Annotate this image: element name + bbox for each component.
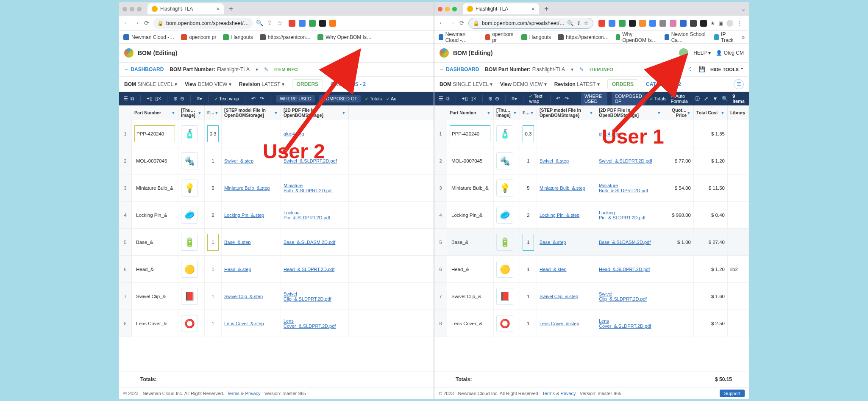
cell-thumb[interactable]: 🥏 bbox=[494, 202, 520, 228]
ext-icon[interactable] bbox=[319, 20, 326, 27]
ext-icon[interactable] bbox=[598, 20, 605, 27]
cell-step-file[interactable]: Swivel Clip_&.step bbox=[537, 283, 596, 310]
tool-icon[interactable]: ⊖ bbox=[495, 96, 499, 102]
cell-cost[interactable]: $ 11.50 bbox=[694, 174, 728, 201]
edit-icon[interactable]: ✎ bbox=[264, 66, 268, 72]
align-dropdown[interactable]: ≡▾ bbox=[197, 96, 202, 102]
privacy-link[interactable]: Privacy bbox=[245, 391, 261, 396]
file-link[interactable]: Swivel Clip_&.SLDPRT.2D.pdf bbox=[599, 291, 661, 301]
maximize-window-icon[interactable] bbox=[137, 7, 142, 11]
cell-step-file[interactable]: Swivel_&.step bbox=[222, 147, 281, 174]
cell-step-file[interactable]: Lens Cover_&.step bbox=[537, 310, 596, 337]
cell-thumb[interactable]: 🥏 bbox=[178, 202, 205, 228]
revision-dropdown[interactable]: LATEST ▾ bbox=[262, 81, 284, 87]
col-part-number[interactable]: Part Number▼ bbox=[132, 105, 178, 120]
file-link[interactable]: Swivel_&.step bbox=[224, 158, 253, 163]
cell-pdf-file[interactable]: Swivel_&.SLDPRT.2D.pdf bbox=[596, 147, 664, 174]
tabs-overflow-icon[interactable]: ⌄ bbox=[741, 6, 746, 12]
circle-action-icon[interactable]: ☰ bbox=[734, 79, 744, 89]
cell-qty[interactable]: 1 bbox=[520, 283, 537, 310]
browser-tab[interactable]: Flashlight-TLA × bbox=[463, 3, 539, 14]
file-link[interactable]: Locking Pin_&.SLDPRT.2D.pdf bbox=[284, 210, 346, 220]
table-row[interactable]: 3Miniature Bulb_&💡5Miniature Bulb_&.step… bbox=[119, 174, 434, 202]
col-pdf[interactable]: [2D PDF File in OpenBOMStorage]▼ bbox=[596, 105, 664, 120]
cell-qty[interactable]: 1 bbox=[520, 229, 537, 255]
terms-link[interactable]: Terms bbox=[227, 391, 239, 396]
forward-button[interactable]: → bbox=[133, 19, 140, 27]
cell-step-file[interactable]: Miniature Bulb_&.step bbox=[537, 174, 596, 201]
ext-icon[interactable] bbox=[690, 20, 697, 27]
bookmark-item[interactable]: openbom pr bbox=[181, 34, 216, 40]
cell-part-number[interactable]: Lens Cover_& bbox=[447, 310, 494, 337]
file-link[interactable]: glue4.png bbox=[599, 131, 619, 136]
minimize-window-icon[interactable] bbox=[130, 7, 134, 11]
collaborator-avatar-icon[interactable] bbox=[679, 48, 688, 58]
auto-formula-toggle[interactable]: Auto Formula bbox=[670, 94, 690, 104]
ext-icon[interactable] bbox=[700, 20, 707, 27]
cell-pdf-file[interactable]: Lens Cover_&.SLDPRT.2D.pdf bbox=[281, 310, 349, 337]
cell-library[interactable]: lib2 bbox=[728, 256, 749, 282]
back-button[interactable]: ← bbox=[122, 19, 130, 27]
cell-library[interactable] bbox=[728, 120, 749, 147]
cell-step-file[interactable]: Lens Cover_&.step bbox=[222, 310, 281, 337]
cell-pdf-file[interactable]: Swivel Clip_&.SLDPRT.2D.pdf bbox=[596, 283, 664, 310]
close-window-icon[interactable] bbox=[438, 7, 442, 11]
save-icon[interactable]: 💾 bbox=[698, 66, 705, 73]
file-link[interactable]: Lens Cover_&.step bbox=[540, 321, 579, 326]
table-row[interactable]: 7Swivel Clip_&📕1Swivel Clip_&.stepSwivel… bbox=[434, 283, 749, 310]
cell-price[interactable] bbox=[664, 120, 694, 147]
cell-library[interactable] bbox=[728, 310, 749, 337]
tool-icon[interactable]: +▯ bbox=[147, 96, 153, 102]
bookmark-item[interactable]: Newman Cloud -… bbox=[123, 34, 174, 40]
tool-icon[interactable]: ⊕ bbox=[488, 96, 492, 102]
share-icon[interactable]: ⠪ bbox=[687, 66, 693, 73]
kebab-menu-icon[interactable]: ⋮ bbox=[737, 20, 742, 26]
table-row[interactable]: 6Head_&🟡1Head_&.stepHead_&.SLDPRT.2D.pdf… bbox=[434, 256, 749, 283]
composed-of-button[interactable]: COMPOSED OF bbox=[612, 92, 645, 105]
close-window-icon[interactable] bbox=[122, 7, 127, 11]
reload-button[interactable]: ⟳ bbox=[458, 19, 466, 27]
forward-button[interactable]: → bbox=[448, 19, 456, 27]
bookmark-item[interactable]: Newman Cloud -… bbox=[439, 31, 479, 43]
auto-toggle[interactable]: Au bbox=[386, 96, 396, 101]
file-link[interactable]: Base_&.SLDASM.2D.pdf bbox=[284, 240, 335, 245]
table-row[interactable]: 5Base_&🔋1Base_&.stepBase_&.SLDASM.2D.pdf… bbox=[434, 229, 749, 256]
help-dropdown[interactable]: HELP ▾ bbox=[693, 50, 710, 56]
tool-icon[interactable]: ⧉ bbox=[131, 96, 134, 102]
cell-qty[interactable]: 0.3 bbox=[205, 120, 222, 147]
text-wrap-toggle[interactable]: Text wrap bbox=[529, 94, 544, 104]
minimize-window-icon[interactable] bbox=[445, 7, 450, 11]
bom-level-dropdown[interactable]: SINGLE LEVEL ▾ bbox=[137, 81, 177, 87]
file-link[interactable]: Head_&.SLDPRT.2D.pdf bbox=[599, 267, 650, 272]
cell-pdf-file[interactable]: Locking Pin_&.SLDPRT.2D.pdf bbox=[281, 202, 349, 228]
cell-price[interactable]: $ 77.00 bbox=[664, 147, 694, 174]
cell-pdf-file[interactable]: Lens Cover_&.SLDPRT.2D.pdf bbox=[596, 310, 664, 337]
table-row[interactable]: 4Locking Pin_&🥏2Locking Pin_&.stepLockin… bbox=[434, 202, 749, 229]
cell-pdf-file[interactable]: Locking Pin_&.SLDPRT.2D.pdf bbox=[596, 202, 664, 228]
cell-library[interactable] bbox=[728, 202, 749, 228]
cell-step-file[interactable]: Head_&.step bbox=[222, 256, 281, 282]
cell-pdf-file[interactable]: Base_&.SLDASM.2D.pdf bbox=[596, 229, 664, 255]
ext-icon[interactable] bbox=[670, 20, 676, 27]
bookmark-item[interactable]: Why OpenBOM Is… bbox=[317, 34, 372, 40]
cell-thumb[interactable]: 💡 bbox=[494, 174, 520, 201]
cell-pdf-file[interactable]: Head_&.SLDPRT.2D.pdf bbox=[281, 256, 349, 282]
terms-link[interactable]: Terms bbox=[542, 391, 555, 396]
file-link[interactable]: glue4.png bbox=[284, 131, 304, 136]
cell-thumb[interactable]: 🔋 bbox=[494, 229, 520, 255]
col-thumb[interactable]: [Thu… image]▼ bbox=[494, 105, 520, 120]
bookmark-item[interactable]: Newton School Ca… bbox=[665, 31, 708, 43]
cell-part-number[interactable]: Base_& bbox=[447, 229, 494, 255]
tool-icon[interactable]: ⊖ bbox=[180, 96, 184, 102]
table-row[interactable]: 3Miniature Bulb_&💡5Miniature Bulb_&.step… bbox=[434, 174, 749, 202]
cell-pdf-file[interactable]: glue4.png bbox=[281, 120, 349, 147]
cell-step-file[interactable]: Swivel_&.step bbox=[537, 147, 596, 174]
star-icon[interactable]: ☆ bbox=[276, 19, 284, 27]
view-dropdown[interactable]: DEMO VIEW ▾ bbox=[513, 81, 546, 87]
file-link[interactable]: Base_&.SLDASM.2D.pdf bbox=[599, 240, 651, 245]
cell-library[interactable] bbox=[728, 147, 749, 174]
table-row[interactable]: 8Lens Cover_&⭕1Lens Cover_&.stepLens Cov… bbox=[119, 310, 434, 337]
share-icon[interactable]: ⇪ bbox=[576, 20, 581, 26]
bookmarks-overflow-icon[interactable]: » bbox=[742, 34, 745, 40]
new-tab-button[interactable]: + bbox=[226, 5, 236, 14]
